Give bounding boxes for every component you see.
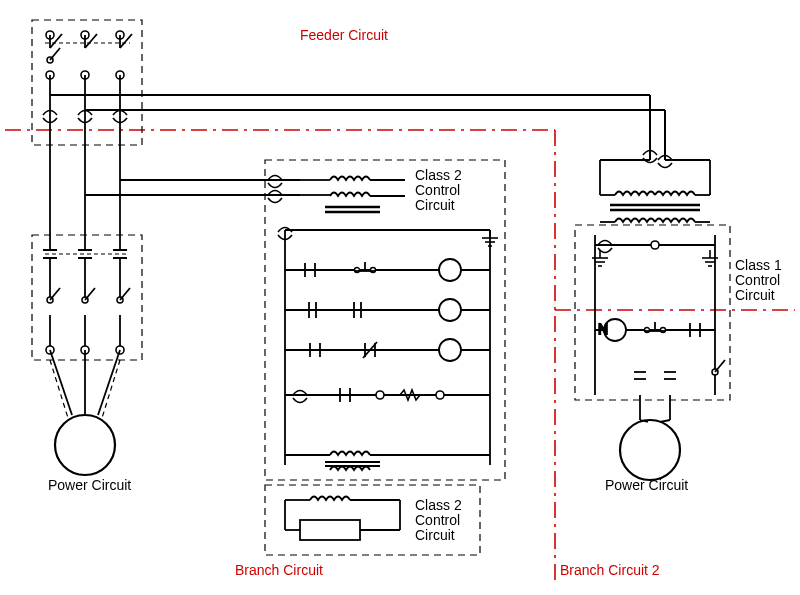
class1-panel: N <box>592 235 725 420</box>
label-class1: Class 1ControlCircuit <box>735 257 782 303</box>
svg-line-68 <box>102 360 120 418</box>
label-class2-upper: Class 2ControlCircuit <box>415 167 462 213</box>
svg-rect-94 <box>300 520 360 540</box>
label-feeder: Feeder Circuit <box>300 27 388 43</box>
label-branch2: Branch Circuit 2 <box>560 562 660 578</box>
right-motor <box>620 420 680 480</box>
feeder-disconnect <box>43 31 132 155</box>
label-power-left: Power Circuit <box>48 477 131 493</box>
circuit-diagram: Feeder Circuit Branch Circuit Branch Cir… <box>0 0 800 595</box>
branch1-ladder <box>278 228 498 471</box>
svg-text:N: N <box>598 321 608 337</box>
right-transformer <box>600 160 710 222</box>
svg-line-121 <box>660 420 670 422</box>
branch1-taps <box>85 176 405 213</box>
svg-rect-33 <box>575 225 730 400</box>
class2-lower-box <box>285 497 400 541</box>
svg-line-67 <box>50 360 68 418</box>
enclosures <box>32 20 730 555</box>
left-starter <box>43 155 130 475</box>
svg-rect-31 <box>265 160 505 480</box>
feeder-bus <box>50 95 672 168</box>
label-class2-lower: Class 2ControlCircuit <box>415 497 462 543</box>
label-branch1: Branch Circuit <box>235 562 323 578</box>
